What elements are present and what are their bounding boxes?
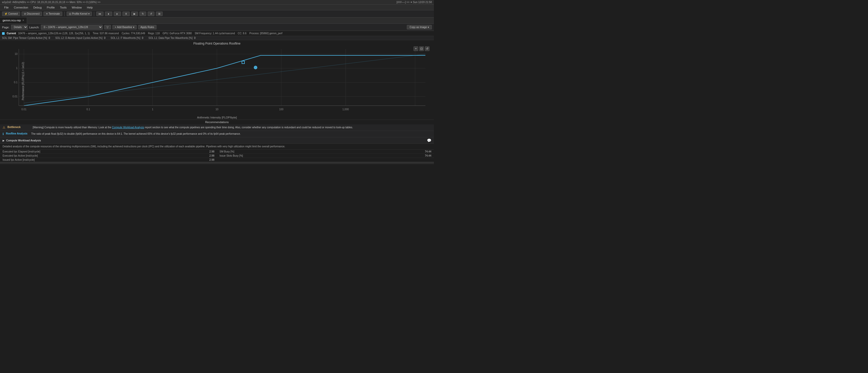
play-button[interactable]: ▶ [131, 11, 138, 16]
toolbar-sep-1 [64, 11, 65, 16]
metric-sol-tensor: SOL SM: Pipe Tensor Cycles Active [%] 0 [2, 36, 50, 39]
step-back-button[interactable]: ⏴ [105, 11, 112, 16]
terminate-icon: ✕ [46, 12, 48, 15]
roofline-rec: ℹ Roofline Analysis The ratio of peak fl… [0, 131, 434, 137]
page-label: Page: [2, 26, 9, 29]
chart-area: + ⊡ ↺ 10 1 0.1 0.01 [3, 46, 431, 116]
add-baseline-button[interactable]: + Add Baseline ▾ [113, 25, 137, 29]
compute-description: Detailed analysis of the compute resourc… [0, 144, 434, 150]
kernel-info-row: Current 10476 – ampere_sgemm_128x128.nn … [0, 31, 434, 36]
roofline-chart: 10 1 0.1 0.01 0.01 0.1 1 10 100 1,000 [3, 46, 431, 113]
apply-rules-button[interactable]: Apply Rules [138, 25, 156, 29]
horizontal-scrollbar[interactable] [0, 162, 434, 164]
svg-text:1: 1 [152, 108, 153, 111]
tab-gemm-label: gemm.ncu-rep [3, 19, 21, 22]
menu-help[interactable]: Help [85, 5, 95, 9]
chart-container: Floating Point Operations Roofline + ⊡ ↺ [0, 40, 434, 120]
current-kernel-label: Current [7, 32, 16, 35]
metric-col-right-3 [219, 159, 431, 161]
terminate-button[interactable]: ✕ Terminate [43, 11, 62, 16]
disconnect-icon: ⊘ [24, 12, 26, 15]
compute-workload-section: ▶ Compute Workload Analysis 💬 [0, 137, 434, 144]
bottleneck-text: [Warning] Compute is more heavily utiliz… [33, 126, 431, 129]
filter-icon: ▽ [106, 26, 108, 29]
chart-zoom-controls: + ⊡ ↺ [413, 46, 430, 51]
compute-workload-label: Compute Workload Analysis [6, 139, 41, 142]
metric-sol-l1-f: SOL L1: F Wavefronts [%] 0 [111, 36, 143, 39]
menu-debug[interactable]: Debug [31, 5, 43, 9]
info-icon: ℹ [3, 132, 4, 136]
warning-icon: ⚠ [3, 126, 5, 129]
svg-text:0.01: 0.01 [12, 95, 18, 98]
profile-kernel-button[interactable]: ◎ Profile Kernel ▾ [67, 11, 92, 16]
svg-point-25 [254, 66, 257, 69]
metric-col-right-2: Issue Slots Busy [%] 74.44 [219, 154, 431, 157]
connect-button[interactable]: ⚡ Connect [2, 11, 20, 16]
copy-as-image-button[interactable]: Copy as Image ▾ [407, 25, 432, 29]
metric-col-left-2: Executed Ipc Active [inst/cycle] 2.98 [3, 154, 214, 157]
zoom-fit-button[interactable]: ⊡ [419, 46, 424, 51]
metric-sol-l2-tex: SOL L2: D Atomic Input Cycles Active [%]… [55, 36, 105, 39]
title-bar-right: [//////----] >> ✦ Sun 12/20 21:58 [397, 1, 432, 4]
replay-button[interactable]: ↻ [140, 11, 146, 16]
pause-button[interactable]: ⏸ [123, 11, 130, 16]
x-axis-label: Arithmetic Intensity [FLOP/byte] [0, 116, 434, 119]
menu-file[interactable]: File [2, 5, 11, 9]
recommendations-title: Recommendations [0, 120, 434, 124]
toolbar: ⚡ Connect ⊘ Disconnect ✕ Terminate ◎ Pro… [0, 10, 434, 18]
svg-text:0.1: 0.1 [87, 108, 90, 111]
title-bar: w1p2s0: #kB/s|#kB/s >> CPU: 18,19,20,18,… [0, 0, 434, 5]
bottleneck-rec: ⚠ Bottleneck [Warning] Compute is more h… [0, 124, 434, 131]
menu-tools[interactable]: Tools [58, 5, 69, 9]
profile-kernel-dropdown-icon: ▾ [88, 12, 90, 15]
sync-button[interactable]: ↺ [148, 11, 154, 16]
chat-icon[interactable]: 💬 [427, 138, 431, 142]
system-stats: w1p2s0: #kB/s|#kB/s >> CPU: 18,19,20,18,… [2, 1, 100, 4]
step-forward-button[interactable]: ⏵ [114, 11, 121, 16]
svg-text:1,000: 1,000 [342, 108, 349, 111]
svg-text:10: 10 [15, 53, 18, 55]
menu-bar: File Connection Debug Profile Tools Wind… [0, 5, 434, 10]
page-select[interactable]: Details [11, 25, 28, 30]
metric-col-left-3: Issued Ipc Active [inst/cycle] 2.98 [3, 159, 214, 161]
menu-connection[interactable]: Connection [12, 5, 30, 9]
launch-select[interactable]: 0 – 10476 – ampere_sgemm_128x128 [41, 25, 103, 30]
menu-window[interactable]: Window [70, 5, 84, 9]
roofline-text: The ratio of peak float (fp32) to double… [31, 132, 431, 136]
zoom-in-button[interactable]: + [413, 46, 418, 51]
grid-button[interactable]: ⊞ [156, 11, 163, 16]
tab-close-button[interactable]: × [22, 19, 24, 22]
svg-text:1: 1 [16, 67, 18, 69]
metric-data-row-2: Executed Ipc Active [inst/cycle] 2.98 Is… [0, 154, 434, 158]
chart-title: Floating Point Operations Roofline [0, 42, 434, 45]
compute-expand-icon[interactable]: ▶ [3, 139, 5, 142]
tab-gemm[interactable]: gemm.ncu-rep × [0, 18, 27, 24]
add-baseline-dropdown-icon: ▾ [133, 26, 134, 29]
menu-profile[interactable]: Profile [45, 5, 57, 9]
connect-icon: ⚡ [4, 12, 7, 15]
options-bar: Page: Details Launch: 0 – 10476 – ampere… [0, 24, 434, 31]
toolbar-sep-2 [94, 11, 94, 16]
filter-button[interactable]: ▽ [104, 25, 111, 29]
zoom-reset-button[interactable]: ↺ [425, 46, 430, 51]
kernel-color-indicator [2, 32, 5, 35]
bottleneck-label: Bottleneck [7, 126, 31, 128]
kernel-details: 10476 – ampere_sgemm_128x128.nn (128, 12… [18, 32, 432, 35]
roofline-label: Roofline Analysis [6, 132, 29, 135]
metric-col-right-1: SM Busy [%] 74.44 [219, 150, 431, 153]
metrics-row: SOL SM: Pipe Tensor Cycles Active [%] 0 … [0, 36, 434, 40]
svg-text:100: 100 [279, 108, 284, 111]
copy-dropdown-icon: ▾ [428, 26, 429, 29]
metric-col-left-1: Executed Ipc Elapsed [inst/cycle] 2.98 [3, 150, 214, 153]
disconnect-button[interactable]: ⊘ Disconnect [22, 11, 42, 16]
compute-workload-link[interactable]: Compute Workload Analysis [112, 126, 144, 129]
svg-text:10: 10 [215, 108, 218, 111]
metric-data-row-1: Executed Ipc Elapsed [inst/cycle] 2.98 S… [0, 150, 434, 154]
metric-data-row-3: Issued Ipc Active [inst/cycle] 2.98 [0, 158, 434, 162]
launch-label: Launch: [29, 26, 39, 29]
metric-sol-l1-data: SOL L1: Data Pipe Tex Wavefronts [%] 0 [149, 36, 195, 39]
svg-text:0.01: 0.01 [21, 108, 27, 111]
add-baseline-icon: + [115, 26, 116, 29]
svg-text:0.1: 0.1 [14, 81, 18, 84]
skip-back-button[interactable]: ⏮ [96, 11, 103, 16]
